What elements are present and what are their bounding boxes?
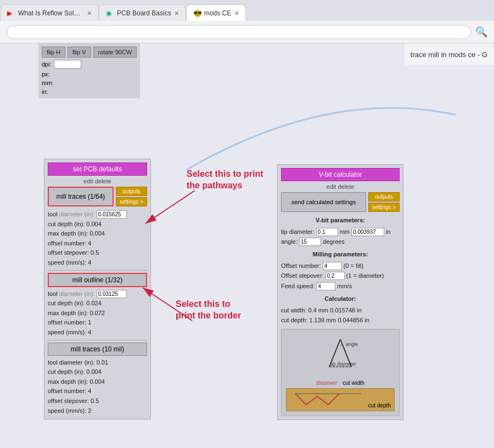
- annotation-border: Select this to print the border: [176, 299, 241, 322]
- annotation-border-text: Select this to print the border: [176, 299, 241, 320]
- stepover-label: stepover: [316, 380, 337, 386]
- outline-cut-depth: cut depth (in): 0.024: [48, 299, 147, 309]
- cut-depth-diagram-label: cut depth: [368, 402, 391, 408]
- tip-diameter-in-input[interactable]: [351, 228, 384, 236]
- outline-params: tool diameter (in): cut depth (in): 0.02…: [48, 289, 147, 338]
- feed-speed-input[interactable]: [316, 282, 335, 290]
- mill-traces-10mil-section: mill traces (10 mil): [48, 343, 147, 356]
- 10mil-offset-number: offset number: 4: [48, 387, 147, 396]
- mm-label: mm:: [42, 80, 53, 86]
- vbit-params: V-bit parameters: tip diameter: mm in an…: [281, 215, 400, 326]
- tab-reflow[interactable]: ▶ What Is Reflow Soldering... ×: [0, 4, 99, 21]
- cut-depth-in-val: 0.044856: [338, 317, 363, 323]
- calculator-label: Calculator:: [281, 294, 400, 304]
- vbit-diagram: angle tip diameter stepover cut width cu…: [281, 329, 400, 416]
- annotation-pathways-text: Select this to print the pathways: [187, 169, 263, 190]
- browser-search-area: trace mill in mods ce - G: [403, 43, 494, 65]
- angle-label: angle:: [281, 238, 297, 245]
- 10mil-cut-depth: cut depth (in): 0.004: [48, 367, 147, 377]
- cut-width-result-row: cut width: 0.4 mm 0.015748 in: [281, 305, 400, 316]
- vbit-offset-number-input[interactable]: [323, 262, 342, 270]
- angle-unit: degrees: [323, 238, 345, 245]
- address-bar-input[interactable]: [7, 25, 471, 39]
- cut-width-in-val: 0.015748: [330, 307, 355, 313]
- svg-text:tip diameter: tip diameter: [330, 361, 356, 367]
- dpi-row: dpi:: [42, 60, 137, 69]
- tab-close-reflow[interactable]: ×: [87, 9, 92, 18]
- mill-traces-10mil-button[interactable]: mill traces (10 mil): [48, 343, 147, 356]
- 10mil-offset-stepover: offset stepover: 0.5: [48, 396, 147, 406]
- flip-h-button[interactable]: flip H: [42, 47, 65, 58]
- vbit-offset-number-row: Offset number: (0 = fill): [281, 261, 400, 271]
- search-query-text: trace mill in mods ce - G: [411, 51, 487, 59]
- offset-number-row: offset number: 4: [48, 239, 147, 249]
- tab-bar: ▶ What Is Reflow Soldering... × ◉ PCB Bo…: [0, 0, 494, 21]
- set-pcb-defaults-button[interactable]: set PCB defaults: [48, 163, 147, 176]
- tip-diameter-row: tip diameter: mm in: [281, 227, 400, 237]
- tab-favicon-mods: 😎: [193, 9, 201, 17]
- tip-diameter-input[interactable]: [316, 228, 338, 236]
- outline-offset-number: offset number: 1: [48, 318, 147, 328]
- cut-depth-row: cut depth (in): 0.004: [48, 220, 147, 229]
- in-row: in:: [42, 88, 137, 95]
- 10mil-max-depth: max depth (in): 0.004: [48, 377, 147, 387]
- mill-outline-row: mill outline (1/32): [48, 273, 147, 287]
- traces-params: tool diameter (in): cut depth (in): 0.00…: [48, 210, 147, 268]
- offset-stepover-row: offset stepover: 0.5: [48, 248, 147, 258]
- tab-favicon-reflow: ▶: [7, 9, 15, 17]
- feed-speed-unit: mm/s: [337, 283, 352, 289]
- vbit-outputs-button[interactable]: outputs: [368, 192, 400, 201]
- flip-v-button[interactable]: flip V: [68, 47, 91, 58]
- outline-tool-input[interactable]: [97, 290, 127, 298]
- px-row: px:: [42, 71, 137, 77]
- vbit-diagram-svg: angle tip diameter: [296, 334, 384, 378]
- tab-mods[interactable]: 😎 mods CE ×: [186, 4, 246, 21]
- px-label: px:: [42, 71, 50, 77]
- address-bar-row: 🔍: [0, 21, 494, 43]
- max-depth-row: max depth (in): 0.004: [48, 229, 147, 239]
- outline-speed: speed (mm/s): 4: [48, 328, 147, 338]
- edit-delete-link[interactable]: edit delete: [48, 178, 147, 184]
- mill-traces-row: mill traces (1/64) outputs settings >: [48, 187, 147, 206]
- rotate-button[interactable]: rotate 90CW: [93, 47, 137, 58]
- cut-width-val: 0.4: [308, 307, 317, 313]
- search-icon[interactable]: 🔍: [475, 26, 487, 38]
- cut-width-diagram-label: cut width: [343, 380, 364, 386]
- mill-outline-button[interactable]: mill outline (1/32): [48, 273, 147, 287]
- feed-speed-row: Feed speed: mm/s: [281, 281, 400, 292]
- feed-speed-label: Feed speed:: [281, 283, 315, 289]
- vbit-send-row: send calculated settings outputs setting…: [281, 192, 400, 212]
- mill-traces-1-64-button[interactable]: mill traces (1/64): [48, 187, 114, 206]
- outputs-button-traces[interactable]: outputs: [116, 187, 147, 196]
- vbit-offset-stepover-input[interactable]: [325, 272, 345, 280]
- outline-max-depth: max depth (in): 0.072: [48, 309, 147, 318]
- cut-depth-result-label: cut depth:: [281, 317, 307, 323]
- angle-input[interactable]: [299, 238, 321, 246]
- vbit-offset-number-label: Offset number:: [281, 262, 321, 269]
- cut-depth-diagram-svg: [290, 391, 367, 407]
- mill-traces-panel: set PCB defaults edit delete mill traces…: [44, 159, 151, 419]
- tab-close-mods[interactable]: ×: [234, 9, 239, 18]
- vbit-settings-button[interactable]: settings >: [368, 203, 400, 212]
- vbit-panel: V-bit calculator edit delete send calcul…: [277, 164, 403, 420]
- tool-diameter-input[interactable]: [97, 210, 127, 219]
- vbit-header-button[interactable]: V-bit calculator: [281, 168, 400, 181]
- vbit-offset-stepover-row: Offset stepover: (1 = diameter): [281, 271, 400, 281]
- angle-row: angle: degrees: [281, 237, 400, 247]
- widget-btn-row: flip H flip V rotate 90CW: [42, 47, 137, 58]
- tab-close-pcb[interactable]: ×: [175, 9, 179, 18]
- tool-diameter-label: tool diameter (in):: [48, 210, 147, 220]
- vbit-edit-delete[interactable]: edit delete: [281, 183, 400, 190]
- dpi-input[interactable]: [54, 60, 81, 69]
- cut-depth-diagram: cut depth: [286, 388, 395, 411]
- tab-pcb[interactable]: ◉ PCB Board Basics ×: [99, 4, 186, 21]
- milling-params-label: Milling parameters:: [281, 249, 400, 260]
- send-calculated-button[interactable]: send calculated settings: [281, 192, 366, 212]
- cut-width-result-label: cut width:: [281, 307, 306, 313]
- dpi-label: dpi:: [42, 61, 52, 68]
- cut-depth-mm-val: 1.139: [309, 317, 324, 323]
- tab-favicon-pcb: ◉: [106, 9, 114, 17]
- vbit-offset-stepover-label: Offset stepover:: [281, 272, 323, 279]
- settings-button-traces[interactable]: settings >: [116, 197, 147, 206]
- annotation-pathways: Select this to print the pathways: [187, 169, 263, 192]
